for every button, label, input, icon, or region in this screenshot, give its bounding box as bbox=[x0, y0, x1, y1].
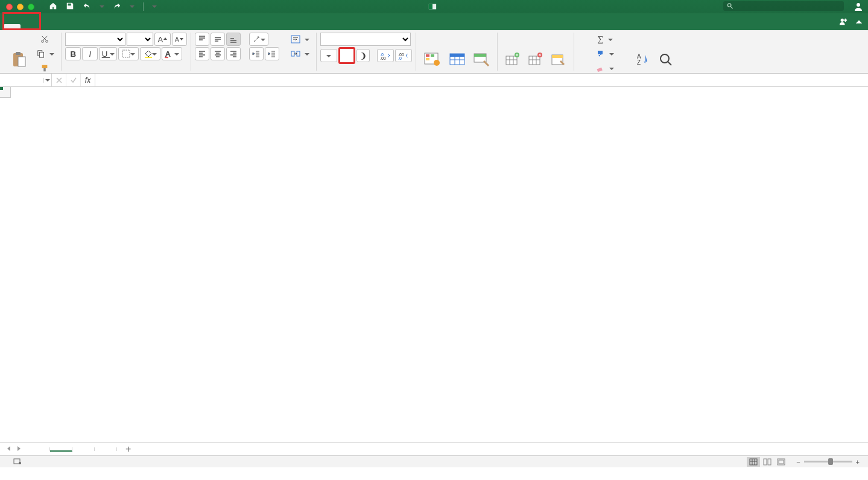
qat-customize[interactable] bbox=[152, 2, 157, 11]
autosum-button[interactable]: ∑ bbox=[578, 33, 632, 46]
window-minimize[interactable] bbox=[17, 4, 24, 10]
increase-font-button[interactable]: A bbox=[154, 33, 171, 46]
copy-button[interactable] bbox=[34, 47, 57, 60]
decrease-font-button[interactable]: A bbox=[172, 33, 187, 46]
align-left-button[interactable] bbox=[195, 47, 209, 60]
format-as-table-button[interactable] bbox=[445, 33, 469, 71]
status-bar: − + bbox=[0, 455, 868, 467]
paste-button[interactable] bbox=[7, 33, 31, 71]
font-name-select[interactable] bbox=[65, 33, 125, 46]
tab-view[interactable] bbox=[122, 24, 139, 30]
tab-data[interactable] bbox=[88, 24, 105, 30]
percent-style-button[interactable] bbox=[338, 47, 355, 64]
undo-icon[interactable] bbox=[83, 2, 91, 12]
sheet-tab[interactable] bbox=[50, 447, 72, 452]
paint-bucket-icon bbox=[144, 50, 152, 58]
search-sheet[interactable] bbox=[723, 1, 844, 11]
clear-button[interactable] bbox=[578, 62, 632, 75]
redo-icon[interactable] bbox=[113, 2, 121, 12]
format-cells-button[interactable] bbox=[547, 33, 570, 71]
enter-formula-button[interactable] bbox=[66, 74, 81, 86]
sheet-tab[interactable] bbox=[72, 447, 95, 451]
view-page-break-button[interactable] bbox=[775, 457, 788, 467]
sheet-nav-prev[interactable] bbox=[6, 445, 12, 453]
tab-formulas[interactable] bbox=[71, 24, 88, 30]
decrease-decimal-button[interactable]: .00.0 bbox=[395, 49, 412, 62]
redo-dropdown[interactable] bbox=[130, 2, 135, 11]
increase-decimal-button[interactable]: .0.00 bbox=[377, 49, 394, 62]
name-box-dropdown[interactable] bbox=[43, 78, 51, 83]
svg-rect-27 bbox=[426, 58, 429, 60]
italic-button[interactable]: I bbox=[82, 47, 98, 60]
cancel-formula-button[interactable] bbox=[52, 74, 66, 86]
sheet-tab[interactable] bbox=[28, 447, 50, 451]
sheet-tab[interactable] bbox=[95, 447, 117, 451]
cut-button[interactable] bbox=[34, 33, 57, 46]
wrap-text-button[interactable] bbox=[288, 33, 312, 46]
number-format-select[interactable] bbox=[320, 33, 411, 46]
fill-button[interactable] bbox=[578, 47, 632, 60]
window-zoom[interactable] bbox=[28, 4, 34, 10]
zoom-slider[interactable] bbox=[804, 461, 852, 462]
bold-button[interactable]: B bbox=[65, 47, 81, 60]
insert-cells-button[interactable] bbox=[501, 33, 524, 71]
align-middle-button[interactable] bbox=[211, 33, 225, 46]
increase-indent-button[interactable] bbox=[265, 47, 279, 60]
tab-home[interactable] bbox=[4, 24, 21, 30]
formula-input[interactable] bbox=[95, 74, 868, 86]
share-button[interactable] bbox=[839, 17, 850, 25]
merge-center-button[interactable] bbox=[288, 47, 312, 60]
tab-review[interactable] bbox=[105, 24, 122, 30]
fx-icon[interactable]: fx bbox=[81, 74, 95, 86]
tab-developer[interactable] bbox=[139, 24, 156, 30]
underline-button[interactable]: U bbox=[99, 47, 117, 60]
cell-styles-button[interactable] bbox=[469, 33, 493, 71]
sheet-nav-next[interactable] bbox=[16, 445, 22, 453]
align-top-button[interactable] bbox=[195, 33, 209, 46]
align-right-button[interactable] bbox=[226, 47, 241, 60]
borders-button[interactable] bbox=[118, 47, 139, 60]
zoom-in-button[interactable]: + bbox=[856, 458, 860, 466]
view-page-layout-button[interactable] bbox=[761, 457, 774, 467]
search-input[interactable] bbox=[736, 2, 840, 10]
find-select-button[interactable] bbox=[655, 33, 677, 71]
font-size-select[interactable] bbox=[127, 33, 153, 46]
conditional-formatting-button[interactable] bbox=[420, 33, 445, 71]
currency-button[interactable] bbox=[320, 49, 337, 62]
select-all-corner[interactable] bbox=[0, 87, 11, 98]
user-icon[interactable] bbox=[854, 2, 863, 13]
tab-page-layout[interactable] bbox=[54, 24, 71, 30]
fill-color-button[interactable] bbox=[140, 47, 160, 60]
save-icon[interactable] bbox=[66, 2, 74, 12]
svg-rect-30 bbox=[450, 54, 464, 57]
align-bottom-button[interactable] bbox=[226, 33, 241, 46]
window-close[interactable] bbox=[6, 4, 13, 10]
home-icon[interactable] bbox=[49, 2, 57, 12]
view-normal-button[interactable] bbox=[747, 457, 760, 467]
font-color-button[interactable]: A bbox=[162, 47, 182, 60]
svg-rect-33 bbox=[506, 56, 517, 65]
macro-record-icon[interactable] bbox=[13, 458, 22, 466]
formula-bar: fx bbox=[0, 74, 868, 87]
group-clipboard bbox=[4, 33, 62, 71]
tab-draw[interactable] bbox=[37, 24, 54, 30]
zoom-control[interactable]: − + bbox=[796, 458, 863, 466]
zoom-out-button[interactable]: − bbox=[796, 458, 800, 466]
tab-insert[interactable] bbox=[21, 24, 37, 30]
fill-down-icon bbox=[596, 50, 604, 57]
up-caret-icon bbox=[163, 37, 168, 42]
ribbon-tabstrip bbox=[0, 13, 868, 30]
sort-filter-button[interactable]: AZ bbox=[632, 33, 655, 71]
delete-cells-button[interactable] bbox=[524, 33, 547, 71]
name-box[interactable] bbox=[0, 74, 52, 86]
collapse-ribbon-icon[interactable] bbox=[855, 18, 863, 28]
comma-style-button[interactable]: ❩ bbox=[356, 49, 370, 62]
name-box-input[interactable] bbox=[0, 76, 43, 85]
format-painter-button[interactable] bbox=[34, 62, 57, 75]
orientation-button[interactable] bbox=[249, 33, 268, 46]
add-sheet-button[interactable]: + bbox=[117, 444, 139, 455]
align-center-button[interactable] bbox=[211, 47, 225, 60]
spreadsheet-grid[interactable] bbox=[0, 87, 868, 442]
undo-dropdown[interactable] bbox=[100, 2, 104, 11]
decrease-indent-button[interactable] bbox=[249, 47, 264, 60]
